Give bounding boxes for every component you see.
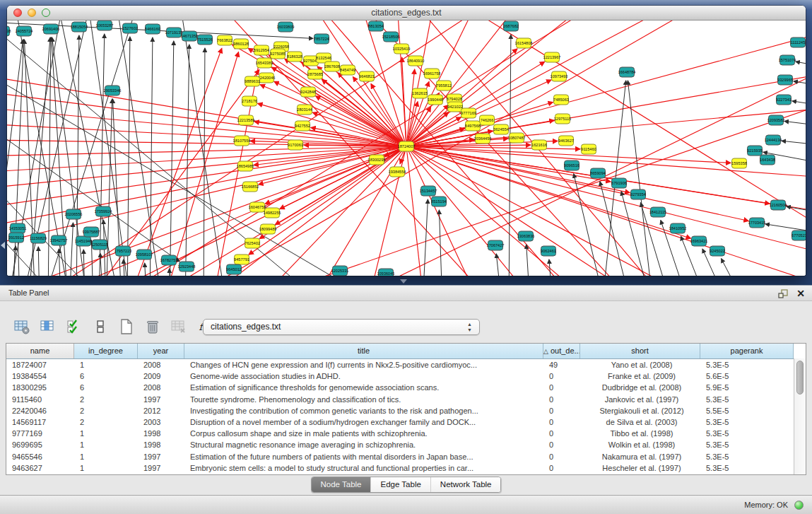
graph-node[interactable]: 14671358 [181, 31, 199, 41]
graph-node[interactable]: 7625402 [245, 238, 260, 248]
cell-year[interactable]: 1997 [138, 394, 184, 405]
cell-short[interactable]: Hescheler et al. (1997) [580, 462, 700, 474]
cell-short[interactable]: Tibbo et al. (1998) [580, 428, 700, 439]
graph-node[interactable]: 6770521 [792, 230, 806, 240]
graph-node[interactable]: 11451946 [75, 236, 92, 246]
graph-node[interactable]: 9170061 [288, 140, 303, 150]
graph-node[interactable]: 9889631 [245, 76, 260, 86]
collapse-left-arrow-icon[interactable] [1, 242, 5, 249]
row-height-icon[interactable] [91, 317, 110, 336]
graph-node[interactable]: 16648784 [618, 67, 636, 77]
cell-short[interactable]: Wolkin et al. (1998) [580, 439, 700, 450]
delete-column-icon[interactable] [143, 317, 162, 336]
graph-node[interactable]: 14982255 [264, 208, 281, 218]
cell-title[interactable]: Estimation of significance thresholds fo… [184, 382, 543, 393]
graph-node[interactable]: 9329965 [777, 75, 793, 85]
graph-node[interactable]: 3915912 [8, 233, 24, 243]
cell-in_degree[interactable]: 6 [74, 382, 138, 393]
cell-title[interactable]: Corpus callosum shape and size in male p… [184, 428, 543, 439]
graph-node[interactable]: 14353051 [9, 223, 27, 233]
column-header-pagerank[interactable]: pagerank [700, 344, 794, 358]
cell-title[interactable]: Structural magnetic resonance image aver… [184, 439, 543, 450]
graph-node[interactable]: 12093582 [767, 115, 785, 125]
graph-node[interactable]: 8659094 [590, 168, 606, 178]
graph-node[interactable]: 12213967 [543, 52, 561, 62]
table-mode-icon[interactable] [13, 317, 31, 336]
cell-in_degree[interactable]: 1 [74, 428, 138, 439]
tab-node-table[interactable]: Node Table [312, 477, 371, 492]
cell-year[interactable]: 2009 [138, 370, 184, 382]
graph-node[interactable]: 22420046 [258, 73, 276, 83]
graph-node[interactable]: 8186328 [287, 52, 302, 62]
table-row[interactable]: 2242004622012Investigating the contribut… [6, 405, 806, 416]
graph-node[interactable]: 3624554 [493, 124, 509, 134]
graph-node[interactable]: 12025331 [331, 266, 349, 276]
citation-network-graph[interactable]: 1872400716605338240557242069140618815054… [7, 21, 806, 276]
graph-node[interactable]: 9421022 [447, 102, 463, 112]
cell-year[interactable]: 2008 [138, 359, 184, 370]
cell-in_degree[interactable]: 6 [74, 370, 138, 382]
graph-node[interactable]: 9279354 [630, 189, 646, 199]
graph-node[interactable]: 18654985 [237, 161, 254, 171]
graph-node[interactable]: 9457791 [234, 255, 249, 264]
minimize-window-button[interactable] [28, 8, 36, 17]
cell-title[interactable]: Changes of HCN gene expression and I(f) … [184, 359, 543, 370]
graph-node[interactable]: 16154808 [515, 38, 533, 48]
cell-title[interactable]: Tourette syndrome. Phenomenology and cla… [184, 394, 543, 405]
graph-node[interactable]: 8454749 [340, 65, 355, 75]
import-table-icon[interactable] [170, 317, 188, 336]
table-row[interactable]: 1872400712008Changes of HCN gene express… [6, 359, 806, 370]
cell-pagerank[interactable]: 5.5E-5 [700, 405, 794, 416]
graph-node[interactable]: 10325419 [393, 44, 411, 54]
graph-node[interactable]: 18099489 [259, 224, 277, 234]
graph-node[interactable]: 12923448 [178, 262, 196, 271]
tab-edge-table[interactable]: Edge Table [370, 477, 430, 492]
graph-node[interactable]: 9115460 [581, 144, 596, 154]
window-titlebar[interactable]: citations_edges.txt [7, 6, 806, 21]
graph-node[interactable]: 17957223 [114, 246, 132, 256]
graph-node[interactable]: 19384554 [389, 167, 406, 177]
graph-node[interactable]: 15218506 [382, 32, 400, 42]
cell-short[interactable]: Franke et al. (2009) [580, 370, 700, 382]
cell-pagerank[interactable]: 5.3E-5 [700, 462, 794, 474]
cell-out_de[interactable]: 0 [543, 428, 580, 439]
close-window-button[interactable] [13, 8, 22, 17]
cell-title[interactable]: Estimation of the future numbers of pati… [184, 451, 543, 462]
table-selector[interactable]: citations_edges.txt ▲▼ [203, 319, 480, 335]
cell-out_de[interactable]: 0 [543, 462, 580, 474]
cell-name[interactable]: 9699695 [6, 439, 74, 450]
graph-node[interactable]: 29053346 [104, 86, 122, 95]
table-row[interactable]: 946362711997Embryonic stem cells: a mode… [6, 462, 806, 474]
graph-node[interactable]: 9646821 [359, 71, 375, 81]
cell-in_degree[interactable]: 1 [74, 359, 138, 370]
graph-node[interactable]: 9645012 [226, 264, 242, 274]
graph-node[interactable]: 18815054 [71, 22, 88, 32]
tab-network-table[interactable]: Network Table [430, 477, 501, 492]
graph-node[interactable]: 1111245 [791, 37, 806, 47]
cell-out_de[interactable]: 0 [543, 451, 580, 462]
cell-name[interactable]: 9465546 [6, 451, 74, 462]
create-column-icon[interactable] [117, 317, 136, 336]
cell-year[interactable]: 2003 [138, 416, 184, 428]
graph-node[interactable]: 9777169 [461, 108, 476, 118]
network-canvas[interactable]: 1872400716605338240557242069140618815054… [7, 21, 806, 276]
graph-node[interactable]: 6497568 [465, 121, 481, 131]
cell-name[interactable]: 9777169 [6, 428, 74, 439]
graph-node[interactable]: 1643438 [760, 155, 775, 165]
graph-node[interactable]: 12213589 [237, 115, 255, 125]
table-row[interactable]: 911546021997Tourette syndrome. Phenomeno… [6, 394, 806, 405]
graph-node[interactable]: 20364456 [474, 134, 492, 144]
graph-node[interactable]: 13063836 [517, 231, 535, 241]
table-row[interactable]: 1830029562008Estimation of significance … [6, 382, 806, 393]
graph-node[interactable]: 24055724 [16, 26, 33, 36]
column-header-short[interactable]: short [580, 344, 700, 358]
graph-node[interactable]: 17359924 [95, 206, 112, 216]
column-header-year[interactable]: year [138, 344, 184, 358]
graph-node[interactable]: 16782753 [160, 255, 178, 265]
graph-node[interactable]: 7955812 [436, 81, 452, 90]
graph-node[interactable]: 16033809 [277, 22, 295, 32]
cell-name[interactable]: 9463627 [6, 462, 74, 474]
graph-node[interactable]: 20206556 [65, 209, 83, 219]
graph-node[interactable]: 17703415 [748, 218, 766, 228]
graph-node[interactable]: 746266 [480, 115, 495, 125]
